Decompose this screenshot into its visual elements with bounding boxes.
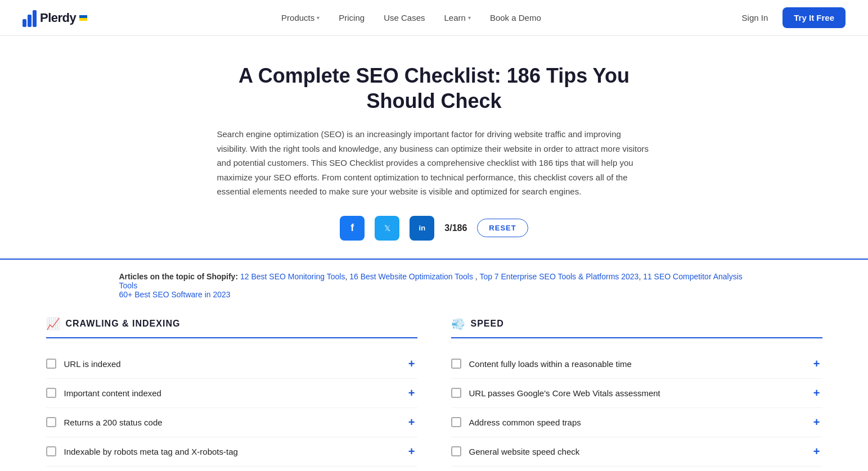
item-expand-1[interactable]: +: [811, 387, 822, 400]
checklist-item: Indexable by robots meta tag and X-robot…: [46, 437, 417, 467]
nav-learn[interactable]: Learn ▾: [437, 8, 479, 27]
chevron-down-icon: ▾: [317, 15, 320, 21]
item-checkbox-2[interactable]: [451, 417, 461, 427]
speed-column: 💨 SPEED Content fully loads within a rea…: [451, 317, 822, 472]
reset-button[interactable]: RESET: [477, 219, 528, 237]
hero-section: A Complete SEO Checklist: 186 Tips You S…: [204, 36, 665, 259]
page-title: A Complete SEO Checklist: 186 Tips You S…: [217, 63, 651, 114]
article-link-3[interactable]: Top 7 Enterprise SEO Tools & Platforms 2…: [479, 272, 638, 281]
articles-label: Articles on the topic of Shopify:: [119, 272, 239, 281]
nav-use-cases[interactable]: Use Cases: [376, 8, 433, 27]
item-label-2: Returns a 200 status code: [64, 418, 163, 427]
hero-description: Search engine optimization (SEO) is an i…: [217, 127, 651, 199]
checklist-item: Important content indexed +: [46, 379, 417, 408]
checklist-item: URL passes Google's Core Web Vitals asse…: [451, 379, 822, 408]
twitter-share-button[interactable]: 𝕏: [375, 216, 399, 241]
checklist-item-left: Content fully loads within a reasonable …: [451, 359, 632, 369]
item-expand-2[interactable]: +: [811, 416, 822, 429]
speed-items-list: Content fully loads within a reasonable …: [451, 350, 822, 472]
item-label-3: General website speed check: [469, 447, 580, 456]
crawling-indexing-column: 📈 CRAWLING & INDEXING URL is indexed + I…: [46, 317, 417, 472]
linkedin-share-button[interactable]: in: [410, 216, 434, 241]
twitter-icon: 𝕏: [384, 224, 390, 233]
item-expand-3[interactable]: +: [811, 445, 822, 458]
item-label-0: Content fully loads within a reasonable …: [469, 359, 632, 369]
checklist-item-left: URL passes Google's Core Web Vitals asse…: [451, 388, 660, 398]
item-checkbox-1[interactable]: [46, 388, 56, 398]
crawling-header: 📈 CRAWLING & INDEXING: [46, 317, 417, 338]
logo-icon: [23, 9, 37, 27]
item-checkbox-2[interactable]: [46, 417, 56, 427]
logo-bar-1: [23, 19, 26, 27]
logo-bar-2: [28, 15, 32, 27]
checklist-item: URL not blocked by robots.txt file +: [46, 467, 417, 472]
checklist-item: Returns a 200 status code +: [46, 408, 417, 437]
facebook-icon: f: [350, 222, 354, 234]
item-expand-0[interactable]: +: [406, 357, 417, 370]
item-checkbox-3[interactable]: [46, 446, 56, 456]
ukraine-flag-icon: [79, 15, 87, 21]
article-link-2[interactable]: 16 Best Website Optimization Tools: [349, 272, 473, 281]
checklist-item: General website speed check +: [451, 437, 822, 467]
checklist-item-left: Important content indexed: [46, 388, 161, 398]
item-checkbox-3[interactable]: [451, 446, 461, 456]
crawling-title: CRAWLING & INDEXING: [66, 319, 181, 329]
speed-icon: 💨: [451, 317, 465, 330]
item-label-3: Indexable by robots meta tag and X-robot…: [64, 447, 238, 456]
item-label-1: URL passes Google's Core Web Vitals asse…: [469, 388, 660, 398]
nav-pricing[interactable]: Pricing: [331, 8, 372, 27]
checklist-item: Desktop website Speed Checks in the Sear…: [451, 467, 822, 472]
checklist-item-left: Indexable by robots meta tag and X-robot…: [46, 446, 238, 456]
item-checkbox-0[interactable]: [451, 359, 461, 369]
nav-book-demo[interactable]: Book a Demo: [482, 8, 549, 27]
checklist-item-left: Address common speed traps: [451, 417, 581, 427]
item-expand-3[interactable]: +: [406, 445, 417, 458]
item-checkbox-1[interactable]: [451, 388, 461, 398]
item-label-1: Important content indexed: [64, 388, 161, 398]
crawling-items-list: URL is indexed + Important content index…: [46, 350, 417, 472]
chevron-down-icon: ▾: [468, 15, 471, 21]
checklist-item-left: Returns a 200 status code: [46, 417, 163, 427]
speed-title: SPEED: [471, 319, 504, 329]
sign-in-button[interactable]: Sign In: [735, 10, 775, 26]
article-link-1[interactable]: 12 Best SEO Monitoring Tools: [240, 272, 345, 281]
checklist-item: Address common speed traps +: [451, 408, 822, 437]
item-label-2: Address common speed traps: [469, 418, 581, 427]
facebook-share-button[interactable]: f: [340, 216, 365, 241]
logo[interactable]: Plerdy: [23, 9, 87, 27]
checklist-item: URL is indexed +: [46, 350, 417, 379]
header-actions: Sign In Try It Free: [735, 7, 845, 28]
checklist-counter: 3/186: [444, 223, 467, 233]
item-expand-0[interactable]: +: [811, 357, 822, 370]
checklist-section: 📈 CRAWLING & INDEXING URL is indexed + I…: [24, 311, 845, 472]
item-checkbox-0[interactable]: [46, 359, 56, 369]
linkedin-icon: in: [419, 224, 426, 232]
main-nav: Products ▾ Pricing Use Cases Learn ▾ Boo…: [273, 8, 549, 27]
try-free-button[interactable]: Try It Free: [782, 7, 845, 28]
checklist-item: Content fully loads within a reasonable …: [451, 350, 822, 379]
article-link-5[interactable]: 60+ Best SEO Software in 2023: [119, 290, 231, 299]
item-expand-2[interactable]: +: [406, 416, 417, 429]
header: Plerdy Products ▾ Pricing Use Cases Lear…: [0, 0, 868, 36]
item-label-0: URL is indexed: [64, 359, 121, 369]
checklist-item-left: URL is indexed: [46, 359, 121, 369]
item-expand-1[interactable]: +: [406, 387, 417, 400]
logo-bar-3: [33, 10, 37, 27]
articles-bar: Articles on the topic of Shopify: 12 Bes…: [97, 260, 772, 311]
logo-text: Plerdy: [40, 11, 76, 25]
checklist-item-left: General website speed check: [451, 446, 580, 456]
hero-actions: f 𝕏 in 3/186 RESET: [217, 216, 651, 241]
nav-products[interactable]: Products ▾: [273, 8, 327, 27]
speed-header: 💨 SPEED: [451, 317, 822, 338]
crawling-icon: 📈: [46, 317, 60, 330]
